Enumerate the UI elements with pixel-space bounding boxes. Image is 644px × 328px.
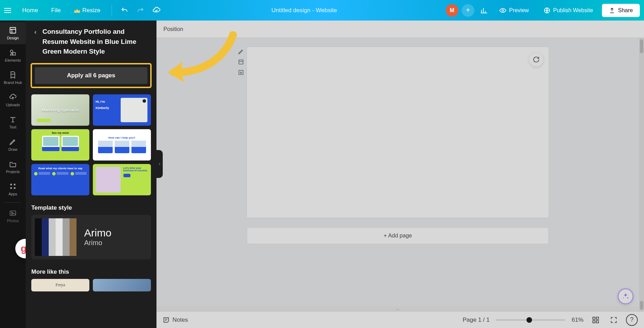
regenerate-button[interactable] [529, 53, 543, 67]
swatch [42, 218, 49, 256]
template-side-panel: Consultancy Portfolio and Resume Website… [26, 21, 156, 328]
svg-rect-6 [14, 184, 16, 186]
template-title: Consultancy Portfolio and Resume Website… [42, 27, 148, 57]
template-style-heading: Template style [26, 195, 156, 215]
slider-knob[interactable] [526, 317, 532, 323]
page-layout-icon[interactable] [236, 57, 245, 67]
chevron-up-icon: ︿ [396, 306, 400, 312]
rail-label: Design [7, 36, 19, 40]
zoom-value[interactable]: 61% [572, 317, 583, 323]
rail-brand-hub[interactable]: Brand Hub [0, 67, 26, 89]
template-page-thumbs: Marketing Specialist Hi, I'm Kimberly Se… [26, 94, 156, 195]
pencil-icon [9, 138, 17, 146]
cloud-sync-icon[interactable] [150, 4, 163, 17]
design-title-input[interactable] [259, 7, 349, 14]
template-thumb-6[interactable]: Let's drive your business to success. [93, 164, 151, 195]
rail-draw[interactable]: Draw [0, 133, 26, 156]
rail-label: Projects [6, 170, 20, 174]
add-page-button[interactable]: + Add page [247, 227, 549, 244]
crown-icon [74, 8, 80, 13]
share-icon [609, 7, 615, 14]
analytics-button[interactable] [478, 4, 490, 17]
position-button[interactable]: Position [163, 26, 183, 32]
page-export-icon[interactable] [236, 68, 245, 77]
collapse-panel-handle[interactable] [156, 150, 163, 178]
page-canvas[interactable] [247, 47, 549, 218]
notes-icon [163, 317, 170, 323]
preview-label: Preview [509, 7, 529, 14]
refresh-icon [533, 56, 540, 63]
template-thumb-4[interactable]: How can I help you? [93, 129, 151, 161]
related-thumb-1[interactable]: Freya [31, 279, 89, 291]
page-indicator[interactable]: Page 1 / 1 [462, 317, 490, 323]
rail-text[interactable]: Text [0, 111, 26, 133]
apply-all-pages-button[interactable]: Apply all 6 pages [35, 67, 147, 84]
rail-uploads[interactable]: Uploads [0, 89, 26, 111]
menu-icon[interactable] [4, 6, 14, 15]
folder-icon [9, 160, 17, 168]
svg-rect-13 [593, 317, 595, 319]
rail-photos[interactable]: Photos [0, 205, 26, 227]
preview-button[interactable]: Preview [494, 4, 534, 17]
share-button[interactable]: Share [602, 4, 640, 17]
back-button[interactable] [31, 28, 40, 37]
swatch [56, 218, 63, 256]
cloud-upload-icon [9, 93, 17, 101]
svg-rect-11 [239, 60, 243, 64]
rail-label: Elements [5, 58, 21, 62]
grid-view-button[interactable] [590, 314, 602, 326]
undo-button[interactable] [118, 4, 131, 17]
eye-icon [499, 7, 506, 14]
magic-ai-button[interactable] [618, 288, 634, 304]
template-thumb-1[interactable]: Marketing Specialist [31, 94, 89, 126]
chevron-left-icon [158, 162, 161, 166]
template-thumb-3[interactable]: See my work [31, 129, 89, 161]
resize-button[interactable]: Resize [69, 4, 105, 17]
svg-rect-8 [14, 187, 16, 189]
fullscreen-button[interactable] [608, 314, 620, 326]
canvas-viewport[interactable]: + Add page [156, 38, 639, 311]
rail-projects[interactable]: Projects [0, 156, 26, 178]
add-collaborator-button[interactable]: + [462, 4, 474, 17]
template-thumb-5[interactable]: Read what my clients have to say [31, 164, 89, 195]
divider [112, 5, 112, 16]
home-link[interactable]: Home [17, 4, 43, 17]
swatch [35, 218, 42, 256]
rail-design[interactable]: Design [0, 22, 26, 44]
resize-label: Resize [82, 7, 100, 14]
thumb-heading: Hi, I'm Kimberly [96, 100, 109, 110]
rail-label: Brand Hub [4, 80, 22, 85]
help-button[interactable]: ? [626, 314, 638, 326]
rail-label: Text [9, 125, 16, 129]
file-menu[interactable]: File [46, 4, 65, 17]
template-style-card[interactable]: Arimo Arimo [31, 215, 151, 259]
font-secondary: Arimo [84, 239, 111, 247]
zoom-slider[interactable] [496, 319, 565, 321]
related-thumb-2[interactable] [93, 279, 151, 291]
font-stack: Arimo Arimo [84, 227, 111, 247]
rail-elements[interactable]: Elements [0, 44, 26, 67]
canvas-toolbar: Position [156, 21, 644, 38]
page-strip-toggle[interactable]: ︿ [156, 306, 639, 311]
thumb-heading: Read what my clients have to say [34, 167, 87, 170]
template-thumb-2[interactable]: Hi, I'm Kimberly [93, 94, 151, 126]
notes-button[interactable]: Notes [163, 317, 188, 323]
swatch [63, 218, 70, 256]
color-swatches [35, 218, 77, 256]
page-edit-icon[interactable] [236, 47, 245, 56]
rail-label: Draw [8, 147, 17, 151]
redo-button[interactable] [134, 4, 147, 17]
apps-grid-icon [9, 182, 17, 190]
user-avatar[interactable]: M [446, 4, 458, 17]
rail-label: Apps [8, 192, 17, 196]
rail-label: Uploads [6, 103, 20, 107]
rail-apps[interactable]: Apps [0, 178, 26, 200]
vertical-scrollbar[interactable] [639, 38, 644, 311]
topbar-left: Home File Resize [4, 4, 163, 17]
publish-website-button[interactable]: Publish Website [538, 4, 598, 17]
chevron-left-icon [33, 30, 38, 35]
svg-rect-2 [10, 28, 16, 33]
topbar-right: M + Preview Publish Website Share [446, 4, 640, 17]
sparkle-icon [622, 292, 629, 300]
panel-header: Consultancy Portfolio and Resume Website… [26, 21, 156, 60]
